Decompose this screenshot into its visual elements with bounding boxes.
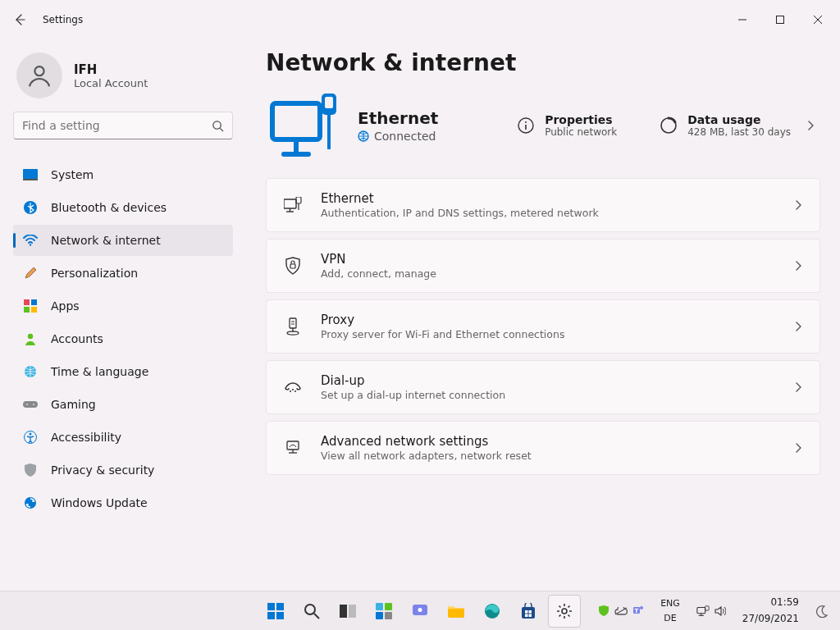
profile-block[interactable]: IFH Local Account bbox=[13, 46, 233, 112]
nav-item-apps[interactable]: Apps bbox=[13, 290, 233, 322]
nav-label: Privacy & security bbox=[51, 463, 154, 477]
bluetooth-icon bbox=[23, 200, 38, 215]
content-area: Network & internet Ethernet Connected Pr… bbox=[246, 39, 840, 591]
settings-cards: Ethernet Authentication, IP and DNS sett… bbox=[266, 178, 820, 478]
svg-rect-71 bbox=[529, 614, 532, 617]
nav-label: System bbox=[51, 168, 94, 181]
svg-point-64 bbox=[418, 608, 422, 612]
svg-line-73 bbox=[615, 608, 627, 614]
nav-item-windows-update[interactable]: Windows Update bbox=[13, 487, 233, 518]
nav-item-privacy[interactable]: Privacy & security bbox=[13, 454, 233, 486]
task-store[interactable] bbox=[512, 595, 545, 628]
svg-line-56 bbox=[314, 614, 319, 619]
nav-label: Accounts bbox=[51, 332, 103, 345]
nav-item-accessibility[interactable]: Accessibility bbox=[13, 422, 233, 453]
back-button[interactable] bbox=[3, 3, 36, 36]
account-icon bbox=[23, 331, 38, 346]
nav-item-system[interactable]: System bbox=[13, 159, 233, 190]
card-ethernet[interactable]: Ethernet Authentication, IP and DNS sett… bbox=[266, 178, 820, 232]
globe-clock-icon bbox=[23, 364, 38, 379]
cloud-icon bbox=[614, 607, 628, 615]
svg-point-55 bbox=[305, 605, 315, 614]
nav-item-gaming[interactable]: Gaming bbox=[13, 389, 233, 420]
svg-text:T: T bbox=[635, 607, 639, 614]
data-usage-icon bbox=[660, 116, 678, 135]
svg-rect-17 bbox=[23, 401, 38, 408]
tray-overflow[interactable]: T bbox=[593, 603, 649, 619]
minimize-icon bbox=[738, 16, 746, 24]
nav-label: Personalization bbox=[51, 267, 138, 280]
task-explorer[interactable] bbox=[440, 595, 472, 628]
svg-rect-69 bbox=[529, 610, 532, 614]
svg-rect-52 bbox=[276, 603, 284, 610]
svg-point-5 bbox=[213, 121, 221, 128]
advanced-network-icon bbox=[283, 440, 303, 456]
accessibility-icon bbox=[23, 430, 38, 445]
nav-item-network[interactable]: Network & internet bbox=[13, 225, 233, 256]
task-chat[interactable] bbox=[404, 595, 436, 628]
card-vpn[interactable]: VPN Add, connect, manage bbox=[266, 239, 820, 293]
tray-language[interactable]: ENG DE bbox=[655, 597, 685, 624]
card-advanced[interactable]: Advanced network settings View all netwo… bbox=[266, 421, 820, 475]
lang-line2: DE bbox=[664, 614, 676, 623]
network-tray-icon bbox=[696, 605, 710, 617]
task-settings[interactable] bbox=[548, 595, 581, 628]
svg-rect-59 bbox=[376, 603, 383, 610]
info-icon bbox=[517, 116, 535, 135]
chevron-right-icon bbox=[793, 443, 803, 453]
tray-clock[interactable]: 01:59 27/09/2021 bbox=[737, 596, 804, 625]
tray-quick-settings[interactable] bbox=[692, 604, 731, 619]
task-search[interactable] bbox=[295, 595, 328, 628]
maximize-button[interactable] bbox=[761, 7, 799, 33]
svg-point-76 bbox=[640, 606, 643, 609]
properties-button[interactable]: Properties Public network bbox=[512, 110, 622, 141]
windows-icon bbox=[267, 603, 284, 619]
search-box[interactable] bbox=[13, 112, 233, 139]
task-widgets[interactable] bbox=[368, 595, 400, 628]
chevron-right-icon bbox=[793, 382, 803, 392]
folder-icon bbox=[448, 605, 464, 618]
card-dialup[interactable]: Dial-up Set up a dial-up internet connec… bbox=[266, 360, 820, 414]
start-button[interactable] bbox=[259, 595, 292, 628]
svg-point-45 bbox=[292, 389, 294, 390]
svg-point-31 bbox=[525, 121, 527, 123]
close-button[interactable] bbox=[799, 7, 837, 33]
chevron-right-icon bbox=[793, 261, 803, 271]
moon-icon bbox=[815, 605, 829, 618]
volume-tray-icon bbox=[714, 606, 726, 616]
taskbar-center bbox=[259, 595, 581, 628]
taskbar: T ENG DE 01:59 27/09/2021 bbox=[0, 591, 840, 630]
nav-item-bluetooth[interactable]: Bluetooth & devices bbox=[13, 192, 233, 223]
close-icon bbox=[814, 16, 822, 24]
arrow-left-icon bbox=[13, 13, 26, 26]
nav-item-personalization[interactable]: Personalization bbox=[13, 258, 233, 289]
data-usage-button[interactable]: Data usage 428 MB, last 30 days bbox=[655, 110, 820, 141]
svg-point-15 bbox=[28, 334, 33, 339]
nav-item-accounts[interactable]: Accounts bbox=[13, 323, 233, 354]
task-edge[interactable] bbox=[476, 595, 509, 628]
svg-rect-40 bbox=[290, 318, 296, 328]
svg-rect-12 bbox=[31, 299, 37, 305]
card-proxy[interactable]: Proxy Proxy server for Wi-Fi and Etherne… bbox=[266, 299, 820, 354]
vpn-shield-icon bbox=[283, 257, 303, 275]
nav-item-time-language[interactable]: Time & language bbox=[13, 356, 233, 387]
svg-rect-68 bbox=[525, 610, 528, 614]
tray-notifications[interactable] bbox=[810, 603, 833, 619]
svg-rect-13 bbox=[24, 307, 30, 313]
svg-rect-37 bbox=[296, 197, 301, 203]
usage-sub: 428 MB, last 30 days bbox=[687, 126, 791, 138]
nav-label: Gaming bbox=[51, 398, 96, 411]
shield-icon bbox=[23, 463, 38, 477]
sidebar: IFH Local Account System Bluetooth & dev… bbox=[0, 39, 246, 591]
title-bar: Settings bbox=[0, 0, 840, 39]
minimize-button[interactable] bbox=[724, 7, 761, 33]
svg-point-22 bbox=[25, 497, 36, 509]
search-input[interactable] bbox=[22, 119, 212, 132]
ethernet-icon bbox=[283, 197, 303, 213]
properties-sub: Public network bbox=[545, 126, 617, 138]
svg-rect-53 bbox=[267, 612, 275, 619]
svg-rect-11 bbox=[24, 299, 30, 305]
card-title: Proxy bbox=[321, 313, 775, 327]
profile-name: IFH bbox=[74, 62, 148, 77]
task-taskview[interactable] bbox=[331, 595, 364, 628]
